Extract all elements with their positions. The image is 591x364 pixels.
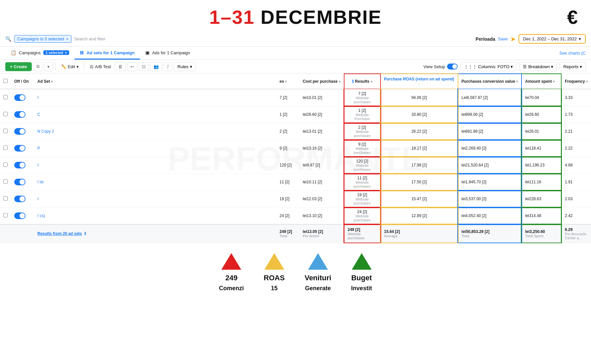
select-all-checkbox[interactable] — [3, 79, 8, 83]
people-button[interactable]: 👥 — [150, 62, 162, 71]
undo-button[interactable]: ↩ — [127, 62, 137, 71]
duplicate-button[interactable]: ⧉ — [33, 62, 43, 71]
adset-name-link[interactable]: P — [37, 146, 40, 151]
reach-sort-icon[interactable]: ▾ — [285, 80, 287, 83]
tab-adsets[interactable]: ⊞ Ad sets for 1 Campaign — [74, 47, 140, 60]
row-checkbox[interactable] — [3, 112, 8, 116]
toggle-cell — [14, 179, 31, 185]
badge-close-icon[interactable]: × — [65, 51, 67, 55]
footer-reach-cell: 249 [2] Total — [276, 224, 299, 243]
row-toggle[interactable] — [14, 94, 25, 101]
row-checkbox[interactable] — [3, 179, 8, 184]
search-icon: 🔍 — [5, 36, 12, 42]
tab-campaigns[interactable]: 📋 Campaigns 1 selected × — [5, 47, 74, 60]
edit-button[interactable]: ✏️ Edit ▾ — [59, 63, 81, 71]
campaigns-badge: 1 selected × — [43, 50, 69, 55]
footer-checkbox-cell — [0, 224, 11, 243]
row-amount-cell: lei70.04 — [522, 89, 561, 106]
cost-sort-icon[interactable]: ▾ — [339, 80, 341, 83]
see-charts-button[interactable]: See charts (C — [560, 51, 586, 56]
row-cost-cell: lei10.01 [2] — [299, 89, 344, 106]
arrow-buget-icon — [352, 253, 372, 270]
row-frequency-cell: 4.68 — [561, 157, 591, 174]
row-roas-cell: 17.99 [2] — [381, 157, 458, 174]
adset-name-link[interactable]: I — [37, 197, 38, 201]
save-button[interactable]: Save — [498, 36, 508, 41]
toggle-cell — [14, 162, 31, 168]
results-info-icon[interactable]: ℹ — [352, 79, 354, 84]
arrow-venituri-icon — [308, 253, 328, 270]
row-checkbox[interactable] — [3, 162, 8, 167]
row-results-value: 11 [2] — [348, 176, 377, 180]
row-results-value: 19 [2] — [348, 193, 377, 197]
th-frequency: Frequency ▾ — [561, 74, 591, 89]
footer-purchase-val-cell: lei50,853.29 [2] Total — [458, 224, 522, 243]
frequency-sort-icon[interactable]: ▾ — [586, 80, 588, 83]
duplicate-chevron-button[interactable]: ▾ — [44, 62, 53, 71]
row-checkbox[interactable] — [3, 196, 8, 201]
adset-name-link[interactable]: I ist — [37, 180, 44, 184]
row-results-sub: Website purchases — [348, 130, 377, 138]
adset-sort-icon[interactable]: ▾ — [51, 80, 53, 83]
adset-name-link[interactable]: I — [37, 163, 38, 167]
row-reach-cell: 11 [2] — [276, 174, 299, 191]
currency-sign: € — [567, 6, 578, 28]
amount-sort-icon[interactable]: ▾ — [553, 80, 555, 83]
trash-button[interactable]: ⊡ — [139, 62, 149, 71]
row-amount-cell: lei111.16 — [522, 174, 561, 191]
footer-info-icon[interactable]: ℹ — [84, 231, 86, 236]
date-range-button[interactable]: Dec 1, 2022 – Dec 31, 2022 ▾ — [519, 34, 586, 44]
create-button[interactable]: + Create — [5, 62, 32, 71]
adset-name-link[interactable]: C — [37, 112, 40, 117]
share-button[interactable]: ⤴ — [163, 62, 172, 71]
breakdown-button[interactable]: ☰ Breakdown ▾ — [519, 62, 557, 71]
adset-name-link[interactable]: I cs) — [37, 213, 45, 218]
th-roas: Purchase ROAS (return on ad spend) ↓ — [381, 74, 458, 89]
row-results-cell: 11 [2] Website purchases — [344, 174, 381, 191]
columns-chevron-icon: ▾ — [511, 64, 513, 69]
row-roas-cell: 26.22 [2] — [381, 123, 458, 140]
tab-ads[interactable]: ▣ Ads for 1 Campaign — [140, 47, 196, 60]
campaigns-icon: 📋 — [11, 50, 16, 55]
row-roas-cell: 12.89 [2] — [381, 207, 458, 225]
search-input-placeholder[interactable]: Search and filter — [74, 36, 473, 41]
row-toggle[interactable] — [14, 196, 25, 202]
row-checkbox[interactable] — [3, 213, 8, 217]
ab-test-button[interactable]: ⚖ A/B Test — [87, 63, 114, 71]
row-checkbox[interactable] — [3, 146, 8, 150]
nav-tabs: 📋 Campaigns 1 selected × ⊞ Ad sets for 1… — [0, 47, 591, 60]
row-checkbox[interactable] — [3, 95, 8, 99]
footer-results-link[interactable]: Results from 20 ad sets — [37, 231, 82, 236]
th-amount: Amount spent ▾ — [522, 74, 561, 89]
results-sort-icon[interactable]: ▾ — [371, 80, 372, 83]
reports-button[interactable]: Reports ▾ — [560, 62, 586, 71]
arrow-icon: ➤ — [510, 35, 516, 43]
roas-sort-icon[interactable]: ↓ — [418, 82, 420, 86]
view-setup-toggle[interactable] — [447, 64, 458, 69]
footer-purchase-val-sub: Total — [462, 234, 518, 238]
ads-icon: ▣ — [145, 50, 150, 55]
th-purchase-val: Purchases conversion value ▾ — [458, 74, 522, 89]
row-toggle[interactable] — [14, 179, 25, 185]
row-results-sub: Website purchases — [348, 197, 377, 205]
adset-name-link[interactable]: N Copy 2 — [37, 129, 54, 134]
row-results-cell: 24 [2] Website purchases — [344, 207, 381, 225]
row-reach-cell: 7 [2] — [276, 89, 299, 106]
adset-name-link[interactable]: I — [37, 95, 38, 100]
row-toggle[interactable] — [14, 162, 25, 168]
rules-button[interactable]: Rules ▾ — [174, 62, 196, 71]
toggle-cell — [14, 196, 31, 202]
delete-button[interactable]: 🗑 — [115, 62, 126, 71]
columns-button[interactable]: ⋮⋮⋮ Columns: FOTO ▾ — [460, 62, 517, 71]
summary-buget-value: Buget — [351, 274, 372, 282]
row-reach-cell: 19 [2] — [276, 191, 299, 207]
row-toggle[interactable] — [14, 128, 25, 135]
row-toggle[interactable] — [14, 111, 25, 118]
tog-knob — [20, 213, 25, 218]
row-checkbox[interactable] — [3, 129, 8, 133]
filter-close-button[interactable]: × — [66, 37, 68, 41]
purchase-val-sort-icon[interactable]: ▾ — [516, 80, 518, 83]
row-toggle[interactable] — [14, 212, 25, 219]
row-toggle[interactable] — [14, 145, 25, 152]
filter-tag[interactable]: Campaigns is 3 selected × — [14, 35, 71, 43]
